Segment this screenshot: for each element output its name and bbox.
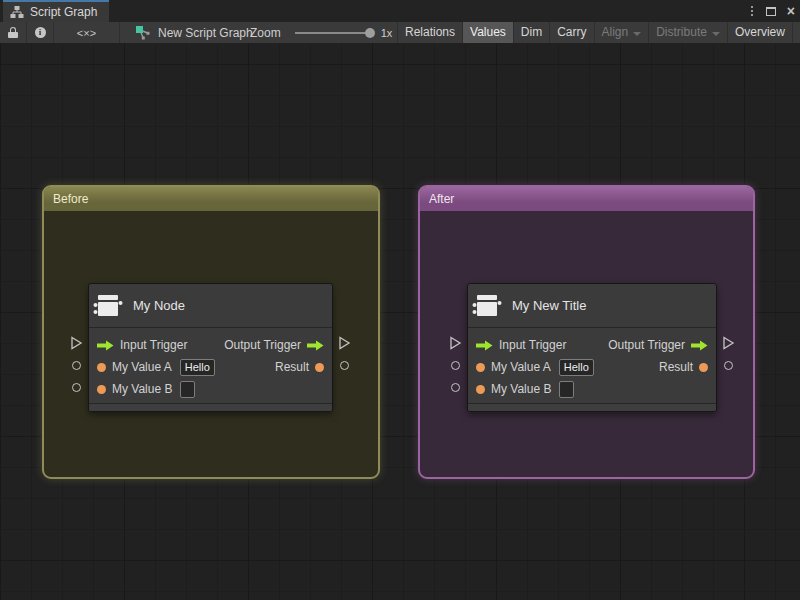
node-my-new-title[interactable]: My New Title Input Trigger Output Trigge… [467, 283, 717, 412]
distribute-dropdown[interactable]: Distribute [648, 22, 727, 43]
ext-flow-port[interactable] [338, 336, 351, 350]
overview-button[interactable]: Overview [727, 22, 792, 43]
value-b-field[interactable] [559, 381, 574, 398]
ext-flow-port[interactable] [449, 336, 462, 350]
unit-icon [472, 293, 502, 319]
ext-value-port[interactable] [72, 361, 81, 370]
value-input-port-icon[interactable] [97, 363, 106, 372]
value-input-port-icon[interactable] [476, 385, 485, 394]
ext-value-port[interactable] [451, 383, 460, 392]
chevron-down-icon [633, 32, 641, 36]
align-dropdown[interactable]: Align [594, 22, 649, 43]
graph-name-breadcrumb[interactable]: New Script Graph [135, 25, 253, 41]
value-b-field[interactable] [180, 381, 195, 398]
group-after-header[interactable]: After [420, 187, 753, 211]
group-title: Before [53, 192, 88, 206]
unit-icon [93, 293, 123, 319]
node-header[interactable]: My New Title [468, 284, 716, 328]
zoom-label: Zoom [250, 26, 281, 40]
script-graph-icon [135, 25, 151, 41]
flow-output-port-icon[interactable] [691, 340, 708, 351]
value-a-field[interactable]: Hello [180, 359, 215, 376]
node-footer [89, 403, 332, 411]
info-button[interactable]: i [27, 22, 54, 43]
tab-title: Script Graph [30, 5, 97, 19]
group-before-header[interactable]: Before [44, 187, 378, 211]
ext-value-port[interactable] [724, 361, 733, 370]
tab-script-graph[interactable]: Script Graph [3, 0, 109, 22]
flow-output-port-icon[interactable] [307, 340, 324, 351]
graph-canvas[interactable]: Before After My Node [0, 43, 800, 600]
value-output-port-icon[interactable] [699, 363, 708, 372]
group-title: After [429, 192, 454, 206]
relations-button[interactable]: Relations [397, 22, 462, 43]
graph-name-label: New Script Graph [158, 26, 253, 40]
ext-flow-port[interactable] [722, 336, 735, 350]
code-preview-button[interactable]: <×> [54, 22, 120, 43]
dim-button[interactable]: Dim [513, 22, 549, 43]
carry-button[interactable]: Carry [549, 22, 593, 43]
value-output-port-icon[interactable] [315, 363, 324, 372]
node-footer [468, 403, 716, 411]
chevron-down-icon [712, 32, 720, 36]
info-icon: i [35, 27, 46, 38]
toolbar: i <×> New Script Graph Zoom 1x Relations… [0, 22, 800, 43]
value-a-field[interactable]: Hello [559, 359, 594, 376]
zoom-slider[interactable] [295, 32, 373, 34]
ext-value-port[interactable] [72, 383, 81, 392]
tab-bar: Script Graph × [0, 0, 800, 22]
zoom-control: Zoom 1x [250, 22, 392, 43]
node-header[interactable]: My Node [89, 284, 332, 328]
zoom-slider-handle[interactable] [365, 28, 375, 38]
zoom-slider-track[interactable] [295, 32, 373, 34]
zoom-value: 1x [381, 27, 393, 39]
lock-icon [8, 27, 18, 38]
flow-input-port-icon[interactable] [97, 340, 114, 351]
value-input-port-icon[interactable] [476, 363, 485, 372]
lock-button[interactable] [0, 22, 27, 43]
graph-hierarchy-icon [10, 5, 24, 19]
ext-value-port[interactable] [340, 361, 349, 370]
menu-icon[interactable] [749, 4, 755, 18]
ext-flow-port[interactable] [70, 336, 83, 350]
code-icon: <×> [77, 27, 96, 39]
node-my-node[interactable]: My Node Input Trigger Output Trigger [88, 283, 333, 412]
flow-input-port-icon[interactable] [476, 340, 493, 351]
ext-value-port[interactable] [451, 361, 460, 370]
close-icon[interactable]: × [787, 4, 795, 18]
value-input-port-icon[interactable] [97, 385, 106, 394]
maximize-icon[interactable] [766, 7, 776, 16]
node-title: My New Title [512, 298, 586, 313]
node-title: My Node [133, 298, 185, 313]
values-button[interactable]: Values [462, 22, 513, 43]
full-screen-button[interactable]: Full Screen [792, 22, 800, 43]
